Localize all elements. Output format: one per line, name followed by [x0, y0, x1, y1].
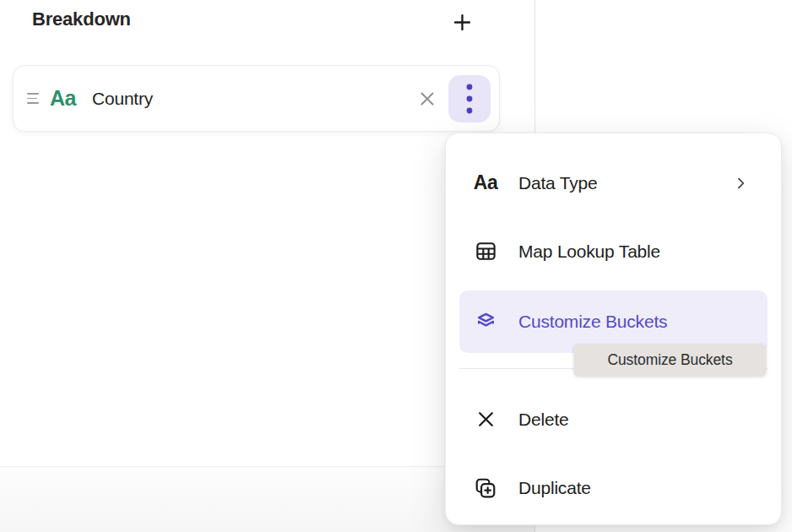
- menu-item-label: Customize Buckets: [518, 312, 667, 332]
- chevron-right-icon: [732, 175, 749, 192]
- add-breakdown-button[interactable]: [445, 5, 479, 39]
- remove-field-button[interactable]: [412, 84, 442, 114]
- drag-handle-icon[interactable]: [27, 93, 39, 104]
- text-type-icon: Aa: [474, 171, 497, 194]
- menu-item-customize-buckets[interactable]: Customize Buckets: [459, 290, 768, 353]
- menu-item-duplicate[interactable]: Duplicate: [446, 453, 781, 522]
- menu-item-data-type[interactable]: Aa Data Type: [446, 149, 781, 217]
- menu-item-label: Map Lookup Table: [518, 242, 660, 262]
- breakdown-field-card[interactable]: Aa Country: [13, 65, 500, 132]
- menu-item-label: Duplicate: [518, 478, 591, 498]
- copy-plus-icon: [474, 476, 497, 500]
- customize-buckets-tooltip: Customize Buckets: [574, 345, 766, 376]
- field-type-badge: Aa: [50, 86, 76, 111]
- field-name-label: Country: [92, 89, 153, 109]
- delete-x-icon: [474, 409, 497, 430]
- vertical-dots-icon: [465, 83, 474, 115]
- menu-item-label: Data Type: [518, 173, 598, 193]
- card-actions: [412, 75, 499, 122]
- stack-layers-icon: [474, 311, 497, 334]
- table-icon: [474, 240, 497, 263]
- breakdown-header: Breakdown: [0, 0, 534, 44]
- page-title: Breakdown: [32, 8, 131, 30]
- field-context-menu: Aa Data Type Map Lookup Table Customize …: [445, 133, 782, 525]
- plus-icon: [451, 11, 474, 34]
- menu-item-map-lookup-table[interactable]: Map Lookup Table: [446, 217, 781, 285]
- field-more-options-button[interactable]: [448, 75, 491, 122]
- close-icon: [417, 89, 437, 109]
- menu-item-delete[interactable]: Delete: [446, 385, 781, 453]
- menu-item-label: Delete: [518, 410, 569, 430]
